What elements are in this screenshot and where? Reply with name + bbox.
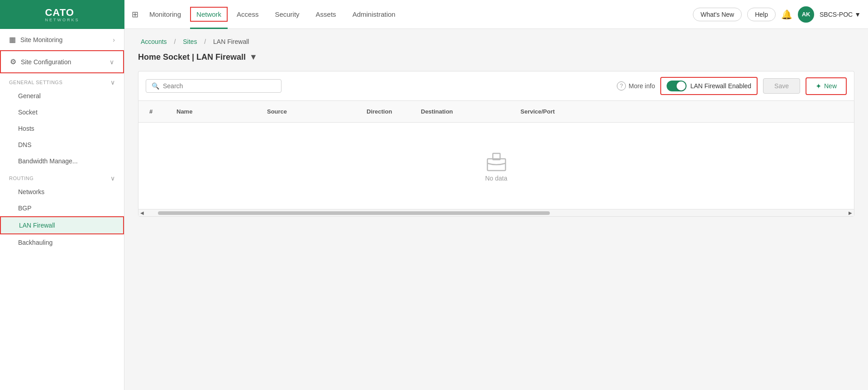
page-header: Home Socket | LAN Firewall ▼ xyxy=(138,52,854,62)
sidebar-item-socket[interactable]: Socket xyxy=(0,104,124,120)
avatar[interactable]: AK xyxy=(798,6,814,23)
site-monitoring-icon: ▦ xyxy=(9,35,16,44)
breadcrumb-sep2: / xyxy=(204,38,208,45)
routing-section: ROUTING ∨ xyxy=(0,169,124,184)
content-area: Accounts / Sites / LAN Firewall Home Soc… xyxy=(124,29,868,390)
nav-item-assets[interactable]: Assets xyxy=(309,0,343,29)
table-container: # Name Source Direction Destination Serv… xyxy=(138,100,854,217)
breadcrumb-sep1: / xyxy=(174,38,177,45)
grid-menu-icon[interactable]: ⊞ xyxy=(132,10,138,19)
sidebar-item-hosts[interactable]: Hosts xyxy=(0,120,124,137)
account-name[interactable]: SBCS-POC ▼ xyxy=(820,11,861,18)
nav-item-network[interactable]: Network xyxy=(190,7,228,22)
col-header-destination: Destination xyxy=(417,106,517,117)
scroll-left-icon[interactable]: ◀ xyxy=(140,210,144,215)
nav-right: What's New Help 🔔 AK SBCS-POC ▼ xyxy=(693,6,861,23)
scroll-right-icon[interactable]: ▶ xyxy=(849,210,852,215)
col-header-source: Source xyxy=(263,106,363,117)
logo-name: CATO xyxy=(45,7,79,19)
no-data-icon xyxy=(485,150,508,175)
routing-collapse-icon[interactable]: ∨ xyxy=(110,175,115,182)
horizontal-scrollbar[interactable]: ◀ ▶ xyxy=(138,209,854,216)
general-settings-section: GENERAL SETTINGS ∨ xyxy=(0,73,124,88)
more-info-icon: ? xyxy=(617,81,626,90)
sidebar-item-site-monitoring[interactable]: ▦ Site Monitoring › xyxy=(0,29,124,50)
toggle-track[interactable] xyxy=(667,81,687,91)
save-button[interactable]: Save xyxy=(763,78,800,94)
page-title: Home Socket | LAN Firewall xyxy=(138,52,246,62)
nav-item-administration[interactable]: Administration xyxy=(345,0,403,29)
help-button[interactable]: Help xyxy=(747,8,776,21)
plus-icon: ✦ xyxy=(816,82,821,90)
sidebar-item-dns[interactable]: DNS xyxy=(0,137,124,153)
toggle-label: LAN Firewall Enabled xyxy=(690,82,751,90)
col-header-num: # xyxy=(146,106,173,117)
sidebar-item-bgp[interactable]: BGP xyxy=(0,200,124,216)
breadcrumb-sites[interactable]: Sites xyxy=(183,38,197,45)
notifications-bell-icon[interactable]: 🔔 xyxy=(781,9,792,20)
nav-items: Monitoring Network Access Security Asset… xyxy=(142,0,693,29)
table-header: # Name Source Direction Destination Serv… xyxy=(138,101,854,123)
toggle-knob xyxy=(677,81,686,90)
nav-item-monitoring[interactable]: Monitoring xyxy=(142,0,188,29)
sidebar-item-networks[interactable]: Networks xyxy=(0,184,124,200)
whats-new-button[interactable]: What's New xyxy=(693,8,742,21)
nav-item-network-wrapper: Network xyxy=(190,0,228,29)
nav-item-access[interactable]: Access xyxy=(229,0,266,29)
breadcrumb-current: LAN Firewall xyxy=(213,38,249,45)
search-box: 🔍 xyxy=(146,79,281,93)
no-data-label: No data xyxy=(485,175,507,182)
gear-icon: ⚙ xyxy=(10,57,16,66)
col-header-service-port: Service/Port xyxy=(517,106,607,117)
col-header-direction: Direction xyxy=(363,106,417,117)
account-dropdown-icon: ▼ xyxy=(854,11,861,18)
search-input[interactable] xyxy=(163,82,276,90)
more-info-button[interactable]: ? More info xyxy=(617,81,655,90)
page-title-dropdown-icon[interactable]: ▼ xyxy=(249,52,258,62)
scroll-thumb[interactable] xyxy=(158,211,549,215)
col-header-name: Name xyxy=(173,106,263,117)
lan-firewall-toggle-container: LAN Firewall Enabled xyxy=(660,77,758,95)
logo-sub: NETWORKS xyxy=(45,18,79,22)
toolbar: 🔍 ? More info LAN Firewall Enabled Save … xyxy=(138,71,854,100)
sidebar-item-bandwidth[interactable]: Bandwidth Manage... xyxy=(0,153,124,169)
no-data-area: No data xyxy=(138,123,854,209)
sidebar-item-site-configuration[interactable]: ⚙ Site Configuration ∨ xyxy=(0,50,124,73)
breadcrumb: Accounts / Sites / LAN Firewall xyxy=(138,38,854,45)
top-navigation: CATO NETWORKS ⊞ Monitoring Network Acces… xyxy=(0,0,868,29)
search-icon: 🔍 xyxy=(152,82,159,90)
sidebar-item-lan-firewall[interactable]: LAN Firewall xyxy=(0,216,124,234)
sidebar-item-general[interactable]: General xyxy=(0,88,124,104)
new-button[interactable]: ✦ New xyxy=(806,77,847,95)
main-layout: ▦ Site Monitoring › ⚙ Site Configuration… xyxy=(0,29,868,390)
breadcrumb-accounts[interactable]: Accounts xyxy=(141,38,167,45)
general-settings-collapse-icon[interactable]: ∨ xyxy=(110,79,115,86)
col-header-extra xyxy=(607,106,847,117)
chevron-down-icon: ∨ xyxy=(110,58,114,66)
lan-firewall-toggle[interactable] xyxy=(667,81,687,91)
sidebar: ▦ Site Monitoring › ⚙ Site Configuration… xyxy=(0,29,124,390)
sidebar-item-backhauling[interactable]: Backhauling xyxy=(0,234,124,251)
logo-area: CATO NETWORKS xyxy=(0,0,124,29)
nav-item-security[interactable]: Security xyxy=(267,0,306,29)
chevron-right-icon: › xyxy=(113,36,115,43)
